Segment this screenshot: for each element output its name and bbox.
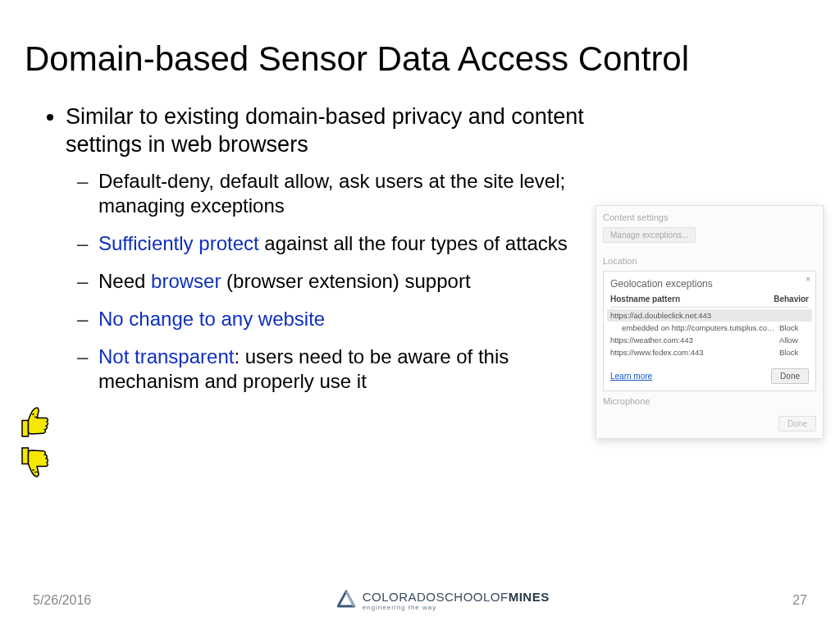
table-row[interactable]: https://ad.doubleclick.net:443 <box>607 309 812 322</box>
bullet-sub-3: Need browser (browser extension) support <box>82 269 591 294</box>
settings-popup: Content settings Manage exceptions... Lo… <box>596 205 824 439</box>
logo-icon <box>335 589 358 612</box>
logo: COLORADOSCHOOLOFMINES engineering the wa… <box>335 589 550 612</box>
highlight-no-change: No change to any website <box>98 308 325 330</box>
footer-date: 5/26/2016 <box>33 593 91 608</box>
thumbs-up-icon <box>15 402 54 445</box>
table-row[interactable]: https://www.fedex.com:443 Block <box>610 346 809 358</box>
bullet-main: Similar to existing domain-based privacy… <box>66 103 591 159</box>
table-row[interactable]: embedded on http://computers.tutsplus.co… <box>610 322 809 334</box>
page-number: 27 <box>792 593 807 608</box>
svg-point-1 <box>32 469 34 471</box>
location-label: Location <box>603 256 816 266</box>
table-header: Hostname pattern Behavior <box>610 294 809 308</box>
slide-title: Domain-based Sensor Data Access Control <box>0 0 840 87</box>
content-settings-label: Content settings <box>603 212 816 222</box>
bullet-sub-4: No change to any website <box>82 307 591 331</box>
col-behavior: Behavior <box>774 294 809 304</box>
bullet-sub-2: Sufficiently protect against all the fou… <box>82 231 591 256</box>
highlight-not-transparent: Not transparent <box>98 345 234 368</box>
table-row[interactable]: https://weather.com:443 Allow <box>610 334 809 346</box>
svg-point-0 <box>32 413 34 415</box>
manage-exceptions-button[interactable]: Manage exceptions... <box>603 227 696 243</box>
dialog-title: Geolocation exceptions <box>610 278 809 290</box>
highlight-protect: Sufficiently protect <box>98 232 259 254</box>
geolocation-dialog: × Geolocation exceptions Hostname patter… <box>603 271 816 391</box>
done-button-outer[interactable]: Done <box>778 416 816 431</box>
learn-more-link[interactable]: Learn more <box>610 372 652 381</box>
bullet-sub-1: Default-deny, default allow, ask users a… <box>82 169 591 218</box>
thumbs-down-icon <box>15 443 54 486</box>
col-hostname: Hostname pattern <box>610 294 680 304</box>
slide-footer: 5/26/2016 COLORADOSCHOOLOFMINES engineer… <box>0 589 840 612</box>
logo-text: COLORADOSCHOOLOFMINES <box>363 590 550 604</box>
done-button[interactable]: Done <box>771 368 809 384</box>
logo-subtitle: engineering the way <box>363 604 437 611</box>
bullet-sub-5: Not transparent: users need to be aware … <box>82 345 591 394</box>
close-icon[interactable]: × <box>806 275 810 284</box>
highlight-browser: browser <box>151 270 221 292</box>
microphone-label: Microphone <box>603 396 816 406</box>
